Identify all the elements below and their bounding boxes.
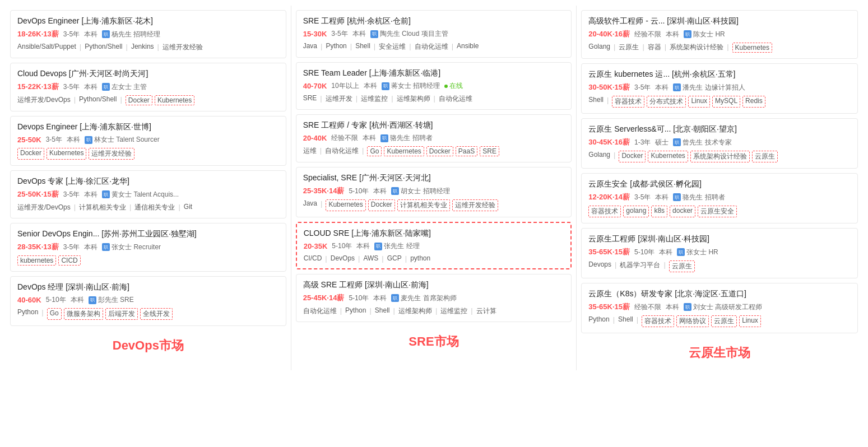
tag-separator: | (391, 94, 393, 104)
education: 硕士 (655, 138, 669, 147)
job-card[interactable]: 高级 SRE 工程师 [深圳·南山区·前海]25-45K·14薪5-10年本科职… (296, 274, 572, 322)
tag-separator: | (74, 95, 76, 105)
recruiter-name: 胡女士 招聘经理 (401, 187, 449, 196)
recruiter: 职杨先生 招聘经理 (102, 30, 160, 39)
job-card[interactable]: Cloud Devops [广州·天河区·时尚天河]15-22K·13薪3-5年… (10, 63, 286, 111)
tag-plain: DevOps (331, 254, 355, 263)
job-meta: 18-26K·13薪3-5年本科职杨先生 招聘经理 (17, 29, 279, 39)
column-1: SRE 工程师 [杭州·余杭区·仓前]15-30K3-5年本科职陶先生 Clou… (291, 6, 577, 370)
job-card[interactable]: Devops Engineer [上海·浦东新区·世博]25-50K3-5年本科… (10, 116, 286, 166)
education: 本科 (84, 82, 98, 92)
recruiter: 职曾先生 技术专家 (673, 138, 731, 147)
tag-separator: | (471, 306, 472, 316)
job-card[interactable]: 云原生工程师 [深圳·南山区·科技园]35-65K·15薪5-10年本科职张女士… (581, 228, 858, 278)
tags-row: SRE|运维开发|运维监控|运维架构师|自动化运维 (303, 94, 565, 104)
experience: 3-5年 (63, 82, 80, 92)
job-card[interactable]: DevOps Engineer [上海·浦东新区·花木]18-26K·13薪3-… (10, 10, 286, 58)
tag-dashed: Kubernetes (326, 199, 365, 211)
tag-dashed: Redis (742, 96, 765, 108)
job-meta: 30-45K·16薪1-3年硕士职曾先生 技术专家 (588, 137, 851, 147)
job-title: 云原生工程师 [深圳·南山区·科技园] (588, 234, 851, 244)
tag-separator: | (320, 94, 322, 104)
recruiter: 职麦先生 首席架构师 (391, 294, 456, 303)
salary: 20-40K·16薪 (588, 29, 630, 39)
tag-dashed: 后端开发 (105, 308, 138, 320)
recruiter-name: 骆先生 招聘者 (683, 193, 725, 202)
tag-separator: | (607, 96, 609, 108)
tag-separator: | (358, 254, 360, 263)
experience: 10年以上 (331, 81, 359, 91)
tag-plain: 运维监控 (361, 94, 388, 104)
tag-separator: | (614, 151, 615, 162)
recruiter-icon: 职 (85, 136, 92, 144)
tag-plain: 云计算 (476, 306, 496, 316)
tag-dashed: 云原生 (711, 315, 737, 327)
tag-separator: | (356, 94, 358, 104)
tags-row: Devops|机器学习平台|云原生 (588, 260, 851, 272)
salary: 35-65K·15薪 (588, 302, 630, 312)
job-card[interactable]: SRE Team Leader [上海·浦东新区·临港]40-70K10年以上本… (296, 62, 572, 110)
salary: 25-35K·14薪 (303, 186, 345, 196)
job-card[interactable]: 云原生（K8s）研发专家 [北京·海淀区·五道口]35-65K·15薪经验不限本… (581, 283, 858, 333)
tag-separator: | (727, 43, 728, 53)
tag-dashed: 微服务架构 (64, 308, 103, 320)
tag-dashed: kubernetes (17, 255, 56, 266)
job-meta: 15-22K·13薪3-5年本科职左女士 主管 (17, 82, 279, 92)
tag-separator: | (382, 254, 383, 263)
education: 本科 (666, 30, 679, 39)
tag-separator: | (405, 254, 407, 263)
job-meta: 20-40K经验不限本科职骆先生 招聘者 (303, 133, 565, 143)
tag-dashed: PaaS (456, 146, 477, 156)
tags-row: Ansible/Salt/Puppet|Python/Shell|Jenkins… (17, 43, 279, 52)
job-card[interactable]: 云原生 Serverless&可... [北京·朝阳区·望京]30-45K·16… (581, 118, 858, 169)
salary: 35-65K·15薪 (588, 247, 630, 257)
job-meta: 25-50K·15薪3-5年本科职黄女士 Talent Acquis... (17, 189, 279, 199)
education: 本科 (373, 187, 387, 196)
tag-dashed: 云原生安全 (698, 206, 737, 217)
tag-separator: | (369, 306, 371, 316)
education: 本科 (364, 81, 377, 91)
job-card[interactable]: CLOUD SRE [上海·浦东新区·陆家嘴]20-35K5-10年本科职张先生… (296, 222, 572, 269)
job-card[interactable]: Specialist, SRE [广州·天河区·天河北]25-35K·14薪5-… (296, 167, 572, 217)
recruiter-name: 陶先生 Cloud 项目主管 (380, 29, 448, 39)
salary: 28-35K·13薪 (17, 242, 59, 252)
tag-dashed: Kubernetes (732, 43, 772, 53)
salary: 25-45K·14薪 (303, 293, 345, 303)
job-card[interactable]: 云原生安全 [成都·武侯区·孵化园]12-20K·14薪3-5年本科职骆先生 招… (581, 173, 858, 224)
recruiter-icon: 职 (391, 187, 399, 195)
tag-dashed: Go (367, 146, 382, 156)
job-card[interactable]: Senior DevOps Engin... [苏州·苏州工业园区·独墅湖]28… (10, 223, 286, 272)
tag-dashed: 运维开发经验 (452, 199, 498, 211)
recruiter-icon: 职 (374, 243, 382, 250)
tags-row: 自动化运维|Python|Shell|运维架构师|运维监控|云计算 (303, 306, 565, 316)
recruiter: 职潘先生 边缘计算招人 (673, 83, 745, 92)
tag-separator: | (350, 42, 352, 52)
education: 本科 (666, 302, 679, 312)
job-card[interactable]: DevOps 经理 [深圳·南山区·前海]40-60K5-10年本科职彭先生 S… (10, 276, 286, 326)
job-card[interactable]: DevOps 专家 [上海·徐汇区·龙华]25-50K·15薪3-5年本科职黄女… (10, 170, 286, 218)
tag-plain: 运维架构师 (397, 94, 430, 104)
job-card[interactable]: 云原生 kubernetes 运... [杭州·余杭区·五常]30-50K·15… (581, 63, 858, 114)
job-card[interactable]: SRE 工程师 / 专家 [杭州·西湖区·转塘]20-40K经验不限本科职骆先生… (296, 114, 572, 162)
job-meta: 25-35K·14薪5-10年本科职胡女士 招聘经理 (303, 186, 565, 196)
tag-plain: CI/CD (304, 254, 322, 263)
tag-dashed: MySQL (712, 96, 740, 108)
recruiter-icon: 职 (382, 82, 389, 90)
job-card[interactable]: 高级软件工程师 - 云... [深圳·南山区·科技园]20-40K·16薪经验不… (581, 10, 858, 59)
tag-separator: | (320, 146, 322, 156)
salary: 40-60K (17, 296, 41, 304)
job-card[interactable]: SRE 工程师 [杭州·余杭区·仓前]15-30K3-5年本科职陶先生 Clou… (296, 10, 572, 58)
tag-separator: | (615, 260, 616, 272)
recruiter: 职张先生 经理 (374, 241, 419, 251)
tag-plain: Jenkins (131, 43, 154, 52)
tag-plain: Python (345, 306, 366, 316)
tag-separator: | (637, 315, 638, 327)
job-meta: 20-40K·16薪经验不限本科职陈女士 HR (588, 29, 851, 39)
recruiter-icon: 职 (677, 248, 685, 256)
tag-dashed: Docker (368, 199, 395, 211)
tag-dashed: Kubernetes (384, 146, 424, 156)
tag-plain: Python (17, 308, 38, 320)
recruiter-icon: 职 (673, 83, 681, 91)
recruiter-icon: 职 (673, 193, 681, 201)
tag-separator: | (321, 42, 322, 52)
